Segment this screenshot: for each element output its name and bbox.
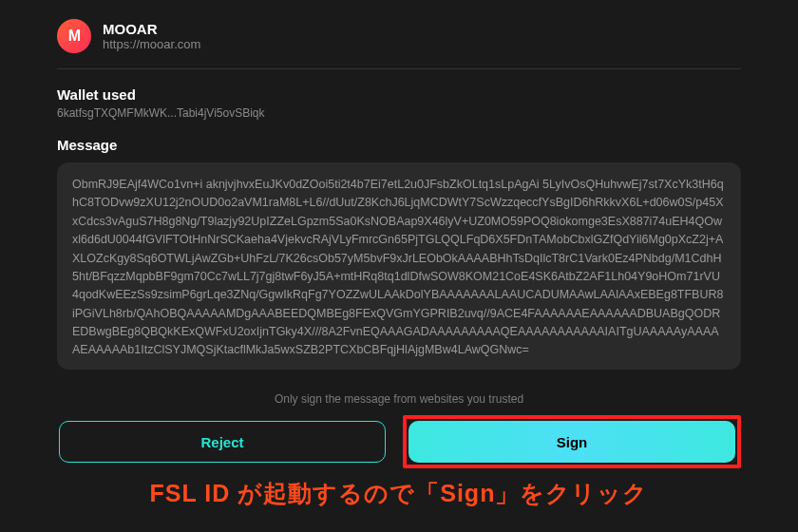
reject-button[interactable]: Reject [59, 421, 386, 463]
app-name: MOOAR [103, 21, 200, 37]
app-url: https://mooar.com [103, 37, 200, 51]
sign-highlight-box: Sign [403, 415, 741, 468]
app-logo-icon: M [57, 19, 91, 53]
message-box: ObmRJ9EAjf4WCo1vn+i aknjvjhvxEuJKv0dZOoi… [57, 162, 741, 370]
reject-wrapper: Reject [57, 415, 388, 468]
header-text: MOOAR https://mooar.com [103, 21, 200, 51]
button-row: Reject Sign [57, 415, 741, 468]
instruction-annotation: FSL ID が起動するので「Sign」をクリック [57, 478, 741, 509]
modal-header: M MOOAR https://mooar.com [57, 19, 741, 69]
message-label: Message [57, 137, 741, 153]
wallet-label: Wallet used [57, 86, 741, 103]
sign-modal: M MOOAR https://mooar.com Wallet used 6k… [57, 0, 741, 509]
sign-button[interactable]: Sign [408, 421, 735, 463]
wallet-address: 6katfsgTXQMFMkWK...Tabi4jVi5ovSBiqk [57, 106, 741, 120]
trust-notice: Only sign the message from websites you … [57, 392, 741, 406]
message-body: ObmRJ9EAjf4WCo1vn+i aknjvjhvxEuJKv0dZOoi… [72, 176, 726, 360]
